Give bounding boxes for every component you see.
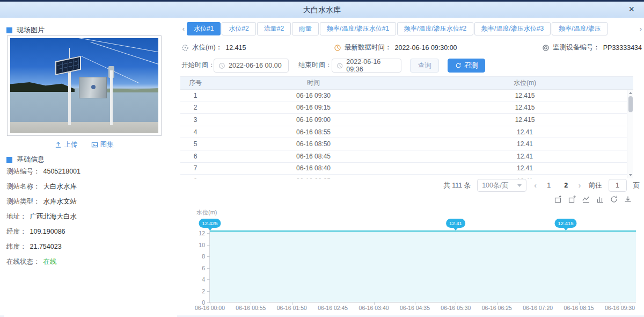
prev-page-icon[interactable]: ‹ [533, 181, 538, 190]
station-detail-modal: 大白水水库 × 现场图片 [0, 0, 644, 317]
upload-button[interactable]: 上传 [55, 140, 77, 149]
y-tick-label: 6 [192, 265, 205, 271]
x-tick-mark [251, 302, 251, 305]
data-point-marker[interactable]: 12.425 [199, 219, 221, 230]
y-tick-mark [207, 256, 210, 257]
upload-label: 上传 [64, 140, 77, 149]
info-value: 广西北海大白水 [30, 212, 77, 221]
table-row[interactable]: 306-16 09:0012.415 [180, 114, 633, 126]
data-zoom-icon[interactable] [554, 195, 562, 204]
x-tick-label: 06-16 00:55 [236, 305, 266, 311]
modal-title: 大白水水库 [0, 2, 644, 18]
table-cell: 4 [180, 128, 210, 136]
gallery-label: 图集 [100, 140, 114, 149]
gauge-icon [181, 44, 189, 52]
table-row[interactable]: 706-16 08:4012.41 [180, 163, 633, 175]
device-id-value: PP33333434 [603, 44, 642, 52]
bar-chart-icon[interactable] [596, 195, 604, 204]
table-row[interactable]: 606-16 08:4512.41 [180, 150, 633, 163]
info-label: 经度： [6, 227, 27, 236]
fetch-button-label: 召测 [464, 61, 478, 70]
close-icon[interactable]: × [628, 2, 634, 17]
pagination: 共 111 条 100条/页 ‹ 12 › 前往 1 页 [443, 179, 640, 192]
table-cell: 06-16 08:45 [210, 153, 416, 160]
fetch-button[interactable]: 召测 [448, 59, 485, 73]
info-row: 测站名称：大白水水库 [6, 179, 175, 194]
line-chart-icon[interactable] [582, 195, 590, 204]
page-number-1[interactable]: 1 [544, 182, 554, 189]
y-tick-mark [207, 279, 210, 280]
latest-time-summary: 最新数据时间： 2022-06-16 09:30:00 [334, 43, 457, 52]
y-tick-mark [207, 291, 210, 292]
table-cell: 12.41 [416, 164, 633, 172]
column-header: 时间 [210, 78, 416, 88]
tab-2[interactable]: 水位#2 [222, 22, 255, 35]
table-row[interactable]: 106-16 09:3012.415 [180, 90, 633, 102]
x-tick-label: 06-16 01:50 [277, 305, 307, 311]
zoom-reset-icon[interactable] [568, 195, 576, 204]
info-label: 地址： [6, 212, 27, 221]
gallery-button[interactable]: 图集 [91, 140, 114, 149]
goto-page-input[interactable]: 1 [609, 179, 627, 192]
x-tick-mark [456, 302, 456, 305]
data-point-marker[interactable]: 12.415 [554, 219, 576, 230]
end-time-label: 结束时间： [298, 58, 332, 73]
scrollbar-thumb[interactable] [628, 96, 633, 112]
marker-label: 12.425 [199, 219, 221, 228]
table-row[interactable]: 506-16 08:5012.41 [180, 138, 633, 150]
info-section-title: 基础信息 [17, 155, 45, 164]
tab-4[interactable]: 雨量 [292, 22, 319, 35]
x-tick-mark [538, 302, 538, 305]
page-size-select[interactable]: 100条/页 [477, 179, 526, 192]
query-button[interactable]: 查询 [410, 59, 439, 73]
table-cell: 12.41 [416, 140, 633, 148]
scroll-up-icon[interactable] [629, 92, 632, 94]
next-page-icon[interactable]: › [577, 181, 582, 190]
tabs-next-icon[interactable]: › [638, 25, 644, 33]
photo-actions: 上传 图集 [4, 140, 164, 150]
table-body: 106-16 09:3012.415206-16 09:1512.415306-… [180, 90, 633, 178]
photo-shore-left [10, 82, 75, 92]
tab-6[interactable]: 频率/温度/渗压水位#2 [397, 22, 473, 35]
table-header: 序号时间水位(m) [180, 77, 633, 90]
table-cell: 2 [180, 104, 210, 111]
tab-7[interactable]: 频率/温度/渗压水位#3 [474, 22, 551, 35]
marker-tail [453, 227, 458, 230]
x-tick-label: 06-16 07:20 [523, 305, 553, 311]
photo-equipment-cabinet [79, 77, 107, 98]
start-time-value: 2022-06-16 00.00 [229, 62, 282, 69]
scroll-down-icon[interactable] [629, 174, 632, 176]
tabs-prev-icon[interactable]: ‹ [180, 25, 187, 33]
x-tick-label: 06-16 09:30 [605, 305, 635, 311]
tab-5[interactable]: 频率/温度/渗压水位#1 [320, 22, 396, 35]
restore-icon[interactable] [610, 195, 618, 204]
page-number-2[interactable]: 2 [561, 182, 571, 189]
start-time-input[interactable]: 2022-06-16 00.00 [214, 59, 289, 73]
refresh-icon [455, 62, 462, 69]
tab-1[interactable]: 水位#1 [187, 22, 221, 35]
download-icon[interactable] [624, 195, 632, 204]
y-tick-label: 10 [192, 242, 205, 248]
end-time-input[interactable]: 2022-06-16 09:36 [332, 59, 401, 73]
data-point-marker[interactable]: 12.41 [446, 219, 465, 230]
info-value: 4505218001 [43, 168, 81, 175]
table-row[interactable]: 406-16 08:5512.41 [180, 126, 633, 139]
table-row[interactable]: 206-16 09:1512.415 [180, 102, 633, 114]
site-photo[interactable] [7, 35, 162, 136]
table-scrollbar[interactable] [627, 90, 633, 178]
chart-plot-area[interactable]: 02468101206-16 00:0006-16 00:5506-16 01:… [209, 228, 636, 302]
x-tick-label: 06-16 06:25 [482, 305, 512, 311]
x-tick-label: 06-16 08:15 [564, 305, 594, 311]
info-value: 在线 [43, 257, 57, 266]
x-tick-mark [333, 302, 333, 305]
table-row[interactable]: 806-16 08:3512.41 [180, 175, 633, 178]
table-cell: 06-16 08:55 [210, 128, 416, 136]
y-tick-label: 12 [192, 230, 205, 236]
tab-3[interactable]: 流量#2 [257, 22, 291, 35]
x-tick-mark [497, 302, 497, 305]
marker-tail [563, 227, 568, 230]
chart-area-fill [210, 230, 636, 302]
latest-time-label: 最新数据时间： [345, 43, 392, 52]
x-tick-label: 06-16 02:45 [318, 305, 348, 311]
tab-8[interactable]: 频率/温度/渗压 [552, 22, 608, 35]
